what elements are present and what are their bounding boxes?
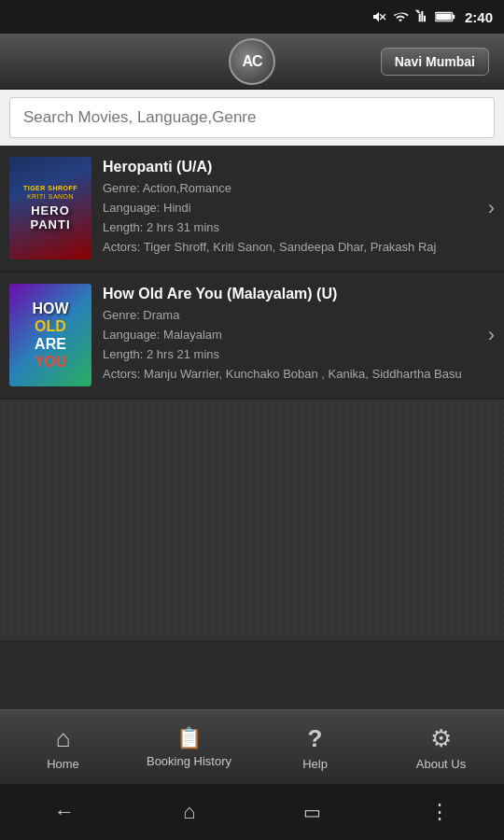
about-us-icon: ⚙ (430, 724, 452, 753)
chevron-right-icon-how-old: › (488, 323, 495, 347)
help-icon: ? (308, 724, 323, 753)
search-bar-container (0, 90, 504, 146)
movie-length-how-old: Length: 2 hrs 21 mins (103, 345, 481, 365)
location-button[interactable]: Navi Mumbai (381, 48, 489, 76)
battery-icon (435, 10, 455, 23)
movie-language-heropanti: Language: Hindi (103, 199, 481, 218)
movie-info-how-old: How Old Are You (Malayalam) (U) Genre: D… (103, 286, 481, 384)
status-time: 2:40 (465, 9, 493, 25)
top-header: AC Navi Mumbai (0, 34, 504, 90)
movie-title-how-old: How Old Are You (Malayalam) (U) (103, 286, 481, 302)
wifi-icon (392, 9, 409, 24)
logo-container: AC (173, 38, 330, 85)
movie-actors-heropanti: Actors: Tiger Shroff, Kriti Sanon, Sande… (103, 238, 481, 258)
nav-label-booking-history: Booking History (147, 754, 231, 768)
bottom-nav: ⌂ Home 📋 Booking History ? Help ⚙ About … (0, 709, 504, 784)
movie-poster-how-old: HOW OLD ARE YOU (9, 284, 91, 386)
status-icons: 2:40 (371, 9, 493, 25)
movie-genre-how-old: Genre: Drama (103, 306, 481, 326)
movie-length-heropanti: Length: 2 hrs 31 mins (103, 218, 481, 238)
svg-rect-1 (453, 15, 455, 20)
movie-title-heropanti: Heropanti (U/A) (103, 159, 481, 175)
movie-poster-heropanti: TIGER SHROFF KRITI SANON HERO PANTI (9, 157, 91, 259)
android-system-bar: ← ⌂ ▭ ⋮ (0, 784, 504, 840)
movie-list: TIGER SHROFF KRITI SANON HERO PANTI Hero… (0, 146, 504, 399)
movie-info-heropanti: Heropanti (U/A) Genre: Action,Romance La… (103, 159, 481, 257)
movie-language-how-old: Language: Malayalam (103, 326, 481, 345)
movie-item-how-old[interactable]: HOW OLD ARE YOU How Old Are You (Malayal… (0, 273, 504, 399)
nav-item-help[interactable]: ? Help (252, 724, 378, 771)
nav-label-about-us: About Us (416, 757, 466, 771)
nav-label-help: Help (302, 757, 328, 771)
home-icon: ⌂ (56, 724, 71, 753)
nav-item-booking-history[interactable]: 📋 Booking History (126, 726, 252, 768)
chevron-right-icon-heropanti: › (488, 196, 495, 220)
signal-icon (414, 9, 429, 24)
app-logo: AC (229, 38, 275, 85)
nav-item-home[interactable]: ⌂ Home (0, 724, 126, 771)
movie-item-heropanti[interactable]: TIGER SHROFF KRITI SANON HERO PANTI Hero… (0, 146, 504, 272)
home-button[interactable]: ⌂ (183, 800, 195, 824)
movie-actors-how-old: Actors: Manju Warrier, Kunchako Boban , … (103, 365, 481, 385)
status-bar: 2:40 (0, 0, 504, 34)
back-button[interactable]: ← (54, 800, 75, 824)
booking-history-icon: 📋 (176, 726, 202, 750)
more-options-button[interactable]: ⋮ (429, 800, 450, 824)
empty-content-area (0, 399, 504, 640)
movie-genre-heropanti: Genre: Action,Romance (103, 179, 481, 199)
svg-rect-2 (436, 13, 452, 20)
nav-label-home: Home (47, 757, 79, 771)
nav-item-about-us[interactable]: ⚙ About Us (378, 724, 504, 771)
recent-apps-button[interactable]: ▭ (303, 801, 321, 823)
search-input[interactable] (9, 97, 495, 138)
mute-icon (371, 9, 386, 24)
